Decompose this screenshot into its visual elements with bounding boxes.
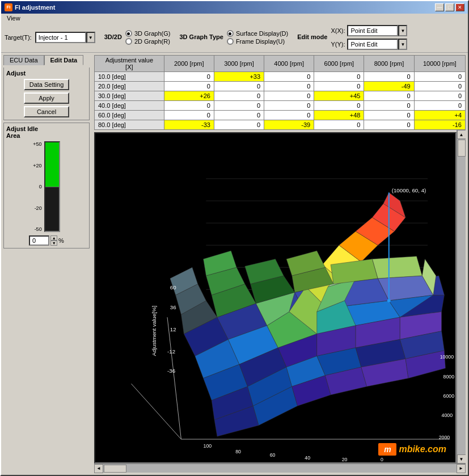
cell-2-0[interactable]: +26 bbox=[164, 91, 214, 101]
target-dropdown-arrow[interactable]: ▼ bbox=[86, 32, 95, 43]
cell-1-0[interactable]: 0 bbox=[164, 82, 214, 91]
cell-2-2[interactable]: 0 bbox=[264, 91, 314, 101]
cell-1-2[interactable]: 0 bbox=[264, 82, 314, 91]
cell-1-3[interactable]: 0 bbox=[314, 82, 364, 91]
percent-label: % bbox=[58, 237, 64, 244]
cell-5-2[interactable]: -39 bbox=[264, 120, 314, 130]
edit-mode-label: Edit mode bbox=[297, 33, 327, 40]
cell-0-5[interactable]: 0 bbox=[414, 72, 465, 82]
edit-y-dropdown-arrow[interactable]: ▼ bbox=[398, 39, 407, 50]
scroll-up-button[interactable]: ▲ bbox=[457, 130, 466, 139]
cell-3-0[interactable]: 0 bbox=[164, 101, 214, 111]
cell-5-5[interactable]: -16 bbox=[414, 120, 465, 130]
menu-view[interactable]: View bbox=[3, 14, 24, 23]
radio-frame[interactable]: Frame Display(U) bbox=[227, 38, 288, 45]
edit-x-select[interactable]: Point Edit bbox=[347, 25, 398, 36]
cell-2-1[interactable]: 0 bbox=[214, 91, 264, 101]
scroll-down-button[interactable]: ▼ bbox=[457, 454, 466, 464]
cell-5-1[interactable]: 0 bbox=[214, 120, 264, 130]
cell-3-1[interactable]: 0 bbox=[214, 101, 264, 111]
hscroll-right-button[interactable]: ► bbox=[457, 464, 466, 473]
radio-frame-circle bbox=[227, 38, 234, 45]
radio-2d[interactable]: 2D Graph(R) bbox=[125, 38, 171, 45]
table-col-10000: 10000 [rpm] bbox=[414, 56, 465, 72]
window-title: FI adjustment bbox=[15, 4, 56, 11]
scroll-thumb[interactable] bbox=[458, 140, 466, 157]
cell-0-4[interactable]: 0 bbox=[364, 72, 414, 82]
table-row[interactable]: 20.0 [deg]0000-490 bbox=[95, 82, 466, 91]
target-select[interactable]: Injector - 1 bbox=[35, 32, 86, 43]
cell-2-3[interactable]: +45 bbox=[314, 91, 364, 101]
right-area: Adjustment value [X] 2000 [rpm] 3000 [rp… bbox=[92, 53, 468, 475]
scroll-track[interactable] bbox=[457, 139, 466, 454]
cell-2-4[interactable]: 0 bbox=[364, 91, 414, 101]
value-spinner[interactable]: 0 bbox=[29, 235, 49, 246]
hscroll-thumb[interactable] bbox=[104, 465, 126, 473]
cell-1-4[interactable]: -49 bbox=[364, 82, 414, 91]
graph-type-label: 3D Graph Type bbox=[179, 33, 223, 40]
cell-5-0[interactable]: -33 bbox=[164, 120, 214, 130]
gauge-wrapper: +50 +20 0 -20 -50 bbox=[33, 141, 60, 232]
watermark-text: mbike.com bbox=[399, 444, 446, 454]
toolbar: Target(T): Injector - 1 ▼ 3D/2D 3D Graph… bbox=[1, 23, 468, 53]
svg-text:36: 36 bbox=[170, 304, 176, 310]
radio-2d-label: 2D Graph(R) bbox=[134, 38, 170, 45]
cell-4-4[interactable]: 0 bbox=[364, 111, 414, 120]
spin-up-button[interactable]: ▲ bbox=[50, 235, 57, 241]
cell-0-3[interactable]: 0 bbox=[314, 72, 364, 82]
cell-4-2[interactable]: 0 bbox=[264, 111, 314, 120]
edit-x-dropdown-arrow[interactable]: ▼ bbox=[398, 25, 407, 36]
cancel-button[interactable]: Cancel bbox=[24, 106, 69, 117]
maximize-button[interactable]: □ bbox=[445, 3, 454, 11]
table-row[interactable]: 10.0 [deg]0+330000 bbox=[95, 72, 466, 82]
titlebar-title: FI FI adjustment bbox=[5, 3, 56, 11]
cell-1-5[interactable]: 0 bbox=[414, 82, 465, 91]
edit-mode-selects: X(X): Point Edit ▼ Y(Y): Point Edit bbox=[331, 25, 407, 50]
radio-3d-circle bbox=[125, 30, 132, 37]
cell-2-5[interactable]: 0 bbox=[414, 91, 465, 101]
radio-3d[interactable]: 3D Graph(G) bbox=[125, 30, 171, 37]
cell-0-2[interactable]: 0 bbox=[264, 72, 314, 82]
cell-5-3[interactable]: 0 bbox=[314, 120, 364, 130]
svg-text:80: 80 bbox=[235, 449, 241, 454]
table-row[interactable]: 60.0 [deg]000+480+4 bbox=[95, 111, 466, 120]
svg-text:4000: 4000 bbox=[442, 412, 453, 418]
main-content: ECU Data Edit Data Adjust Data Setting A… bbox=[1, 53, 468, 475]
svg-text:60: 60 bbox=[270, 452, 276, 458]
hscroll-track[interactable] bbox=[103, 464, 457, 473]
minimize-button[interactable]: — bbox=[435, 3, 444, 11]
cell-3-2[interactable]: 0 bbox=[264, 101, 314, 111]
svg-text:2000: 2000 bbox=[439, 435, 450, 440]
tab-ecu-data[interactable]: ECU Data bbox=[3, 55, 44, 65]
apply-button[interactable]: Apply bbox=[24, 92, 69, 104]
cell-3-5[interactable]: 0 bbox=[414, 101, 465, 111]
cell-4-3[interactable]: +48 bbox=[314, 111, 364, 120]
data-setting-button[interactable]: Data Setting bbox=[24, 79, 70, 90]
radio-surface[interactable]: Surface Display(D) bbox=[227, 30, 288, 37]
table-row[interactable]: 40.0 [deg]000000 bbox=[95, 101, 466, 111]
table-row[interactable]: 80.0 [deg]-330-3900-16 bbox=[95, 120, 466, 130]
dd2d-group: 3D/2D 3D Graph(G) 2D Graph(R) bbox=[104, 30, 171, 45]
cell-0-1[interactable]: +33 bbox=[214, 72, 264, 82]
spinner-buttons: ▲ ▼ bbox=[50, 235, 57, 246]
cell-0-0[interactable]: 0 bbox=[164, 72, 214, 82]
close-button[interactable]: ✕ bbox=[455, 3, 464, 11]
spin-down-button[interactable]: ▼ bbox=[50, 241, 57, 246]
adjust-buttons: Data Setting Apply Cancel bbox=[6, 79, 87, 117]
data-table: Adjustment value [X] 2000 [rpm] 3000 [rp… bbox=[94, 55, 466, 130]
cell-4-5[interactable]: +4 bbox=[414, 111, 465, 120]
cell-3-3[interactable]: 0 bbox=[314, 101, 364, 111]
adjust-title: Adjust bbox=[6, 70, 87, 77]
svg-text:20: 20 bbox=[342, 457, 348, 462]
gauge-container: +50 +20 0 -20 -50 0 bbox=[6, 141, 87, 246]
cell-4-0[interactable]: 0 bbox=[164, 111, 214, 120]
cell-5-4[interactable]: 0 bbox=[364, 120, 414, 130]
tab-edit-data[interactable]: Edit Data bbox=[44, 55, 84, 65]
hscroll-left-button[interactable]: ◄ bbox=[94, 464, 103, 473]
table-row[interactable]: 30.0 [deg]+2600+4500 bbox=[95, 91, 466, 101]
edit-y-select[interactable]: Point Edit bbox=[347, 39, 398, 50]
cell-3-4[interactable]: 0 bbox=[364, 101, 414, 111]
cell-4-1[interactable]: 0 bbox=[214, 111, 264, 120]
cell-1-1[interactable]: 0 bbox=[214, 82, 264, 91]
table-col-6000: 6000 [rpm] bbox=[314, 56, 364, 72]
